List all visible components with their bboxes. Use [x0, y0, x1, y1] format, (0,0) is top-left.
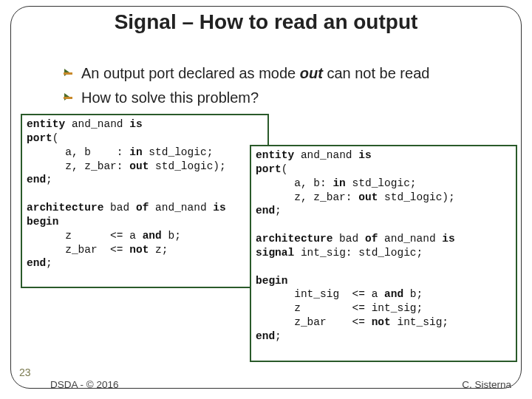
bullet-arrow-icon: [64, 68, 74, 78]
bullet-item: An output port declared as mode out can …: [64, 64, 502, 83]
keyword-out: out: [300, 65, 323, 81]
page-number: 23: [19, 366, 31, 378]
footer-author: C. Sisterna: [462, 379, 511, 390]
slide: Signal – How to read an output An output…: [0, 0, 532, 399]
bullet-text: How to solve this problem?: [81, 88, 259, 108]
slide-title: Signal – How to read an output: [0, 10, 532, 34]
footer-copyright: DSDA - © 2016: [50, 379, 119, 390]
code-box-bad: entity and_nand is port( a, b : in std_l…: [21, 114, 269, 288]
bullet-text: An output port declared as mode out can …: [81, 64, 429, 83]
bullet-arrow-icon: [64, 92, 74, 103]
bullet-item: How to solve this problem?: [64, 88, 502, 108]
code-box-fixed: entity and_nand is port( a, b: in std_lo…: [250, 145, 517, 362]
bullet-text-segment: An output port declared as mode: [81, 65, 300, 81]
bullet-text-segment: can not be read: [323, 65, 430, 81]
bullet-list: An output port declared as mode out can …: [64, 64, 502, 112]
